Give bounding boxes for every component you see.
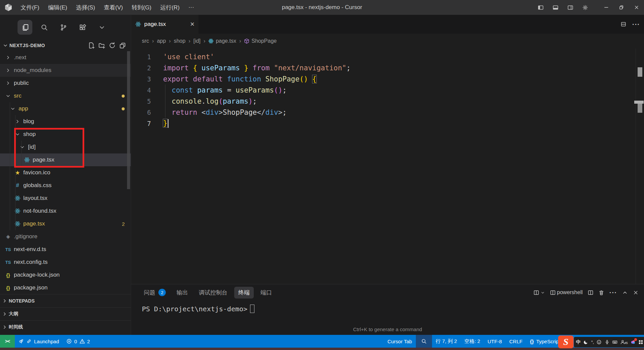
- split-terminal-button[interactable]: [588, 290, 593, 295]
- scrollbar-marker[interactable]: [634, 101, 644, 104]
- terminal[interactable]: PS D:\project\nextjs-demo>: [131, 301, 644, 313]
- new-folder-button[interactable]: [98, 42, 105, 49]
- settings-button[interactable]: [578, 0, 592, 15]
- code-line-4[interactable]: 4 const params = useParams();: [131, 84, 644, 96]
- tree-item-next[interactable]: .next: [0, 51, 131, 64]
- voice-input-button[interactable]: [605, 340, 610, 345]
- menu-edit[interactable]: 编辑(E): [44, 0, 72, 15]
- menu-goto[interactable]: 转到(G): [127, 0, 156, 15]
- ime-account-button[interactable]: 45: [620, 340, 628, 345]
- launchpad-button[interactable]: Launchpad: [15, 335, 63, 348]
- tree-item-globals-css[interactable]: #globals.css: [0, 179, 131, 192]
- toggle-bottom-panel-button[interactable]: [548, 0, 563, 15]
- close-panel-button[interactable]: [633, 290, 639, 295]
- breadcrumb-page-tsx[interactable]: page.tsx: [208, 38, 236, 44]
- tree-item-next-config-ts[interactable]: TSnext.config.ts: [0, 256, 131, 269]
- menu-selection[interactable]: 选择(S): [71, 0, 99, 15]
- line-col-status[interactable]: 行 7, 列 2: [432, 335, 461, 348]
- menu-run[interactable]: 运行(R): [156, 0, 184, 15]
- panel-more-actions-button[interactable]: ···: [609, 289, 617, 296]
- close-button[interactable]: [629, 0, 644, 15]
- terminal-launch-dropdown[interactable]: [533, 290, 545, 295]
- menu-view[interactable]: 查看(V): [99, 0, 127, 15]
- encoding-status[interactable]: UTF-8: [484, 335, 506, 348]
- scrollbar-marker[interactable]: [638, 67, 642, 77]
- panel-tab-terminal[interactable]: 终端: [234, 287, 254, 299]
- eol-status[interactable]: CRLF: [505, 335, 526, 348]
- breadcrumb-shoppage[interactable]: ShopPage: [244, 38, 277, 44]
- section-outline[interactable]: 大纲: [0, 307, 131, 320]
- activity-search[interactable]: [37, 20, 52, 35]
- refresh-button[interactable]: [109, 42, 116, 49]
- tree-item-favicon-ico[interactable]: ★favicon.ico: [0, 166, 131, 179]
- remote-indicator[interactable]: ><: [0, 335, 15, 348]
- zoom-indicator[interactable]: [416, 335, 432, 348]
- moon-icon[interactable]: [583, 340, 588, 345]
- code-line-3[interactable]: 3export default function ShopPage() {: [131, 73, 644, 84]
- menu-file[interactable]: 文件(F): [16, 0, 44, 15]
- indentation-status[interactable]: 空格: 2: [461, 335, 484, 348]
- virtual-keyboard-button[interactable]: [612, 340, 617, 345]
- tree-item-next-env-d-ts[interactable]: TSnext-env.d.ts: [0, 243, 131, 256]
- split-editor-button[interactable]: [621, 22, 626, 27]
- sogou-logo[interactable]: S: [558, 336, 574, 348]
- code-editor[interactable]: 1'use client'2import { useParams } from …: [131, 48, 644, 284]
- breadcrumb-src[interactable]: src: [142, 38, 149, 44]
- maximize-panel-button[interactable]: [622, 290, 628, 295]
- explorer-header[interactable]: NEXTJS-DEMO: [0, 40, 131, 51]
- toggle-left-panel-button[interactable]: [533, 0, 548, 15]
- section-notepads[interactable]: NOTEPADS: [0, 294, 131, 307]
- ime-language-toggle[interactable]: 中: [576, 339, 581, 345]
- panel-tab-debug-console[interactable]: 调试控制台: [195, 287, 232, 299]
- restore-button[interactable]: [614, 0, 629, 15]
- tree-item-id[interactable]: [id]: [0, 141, 131, 153]
- problems-status[interactable]: 02: [63, 335, 94, 348]
- menu-more[interactable]: ···: [184, 0, 198, 15]
- cursor-tab-status[interactable]: Cursor Tab: [384, 335, 416, 348]
- tab-page-tsx[interactable]: page.tsx×: [131, 15, 198, 34]
- code-line-5[interactable]: 5 console.log(params);: [131, 96, 644, 107]
- code-line-2[interactable]: 2import { useParams } from "next/navigat…: [131, 62, 644, 73]
- ime-punctuation-toggle[interactable]: °,: [591, 340, 594, 345]
- panel-tab-output[interactable]: 输出: [173, 287, 192, 299]
- tree-item-package-json[interactable]: {}package.json: [0, 281, 131, 294]
- activity-explorer[interactable]: [18, 20, 32, 35]
- activity-extensions[interactable]: [75, 20, 90, 35]
- tree-item-not-found-tsx[interactable]: not-found.tsx: [0, 205, 131, 217]
- tree-item-public[interactable]: public: [0, 77, 131, 90]
- code-line-6[interactable]: 6 return <div>ShopPage</div>;: [131, 107, 644, 118]
- breadcrumb-id[interactable]: [id]: [193, 38, 201, 44]
- terminal-instance-powershell[interactable]: powershell: [550, 289, 583, 295]
- scrollbar-marker[interactable]: [638, 104, 642, 113]
- code-line-1[interactable]: 1'use client': [131, 51, 644, 62]
- panel-tab-ports[interactable]: 端口: [256, 287, 276, 299]
- editor-more-actions-button[interactable]: ···: [632, 21, 640, 28]
- minimize-button[interactable]: [599, 0, 614, 15]
- emoji-button[interactable]: [596, 340, 602, 345]
- tree-item-node-modules[interactable]: node_modules: [0, 64, 131, 77]
- new-file-button[interactable]: [88, 42, 95, 49]
- section-timeline[interactable]: 时间线: [0, 320, 131, 334]
- tree-item-blog[interactable]: blog: [0, 115, 131, 128]
- skin-button[interactable]: [631, 340, 636, 345]
- tree-item-package-lock-json[interactable]: {}package-lock.json: [0, 269, 131, 281]
- collapse-all-button[interactable]: [119, 42, 126, 49]
- ime-toolbox-button[interactable]: [638, 340, 643, 345]
- breadcrumb-shop[interactable]: shop: [174, 38, 186, 44]
- code-line-7[interactable]: 7}: [131, 118, 644, 129]
- tree-item-layout-tsx[interactable]: layout.tsx: [0, 192, 131, 205]
- tree-item-shop[interactable]: shop: [0, 128, 131, 141]
- activity-source-control[interactable]: [56, 20, 71, 35]
- kill-terminal-button[interactable]: [599, 290, 604, 295]
- tree-item-gitignore[interactable]: ◈.gitignore: [0, 230, 131, 243]
- breadcrumb-app[interactable]: app: [157, 38, 166, 44]
- tree-item-page-tsx[interactable]: page.tsx2: [0, 217, 131, 230]
- tree-item-app[interactable]: app: [0, 102, 131, 115]
- panel-tab-problems[interactable]: 问题2: [140, 287, 170, 299]
- sidebar-scrollbar[interactable]: [127, 51, 130, 189]
- activity-more-views[interactable]: [94, 20, 109, 35]
- toggle-right-panel-button[interactable]: [563, 0, 578, 15]
- close-icon[interactable]: ×: [190, 21, 194, 28]
- tree-item-page-tsx[interactable]: page.tsx: [0, 153, 131, 166]
- tree-item-src[interactable]: src: [0, 90, 131, 102]
